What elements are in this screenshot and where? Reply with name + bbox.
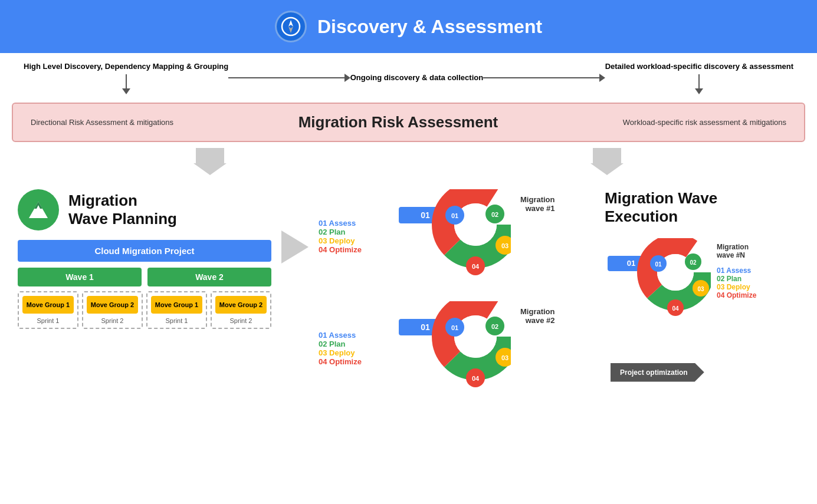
svg-text:04: 04 xyxy=(672,305,679,312)
exec-title: Migration Wave Execution xyxy=(605,189,799,226)
header: Discovery & Assessment xyxy=(0,0,817,53)
header-title: Discovery & Assessment xyxy=(317,16,542,38)
arrow-tip-right xyxy=(590,163,624,175)
compass-icon xyxy=(281,17,301,37)
wave1-box: Wave 1 xyxy=(18,268,142,286)
wave1-mg1-box: Move Group 1 xyxy=(22,296,74,314)
legend-03-deploy-w1: 03 Deploy xyxy=(319,236,383,245)
discovery-step3: Detailed workload-specific discovery & a… xyxy=(605,61,793,94)
wave1-mg2-sprint: Sprint 2 xyxy=(101,317,124,324)
wave1-section: 01 Assess 02 Plan 03 Deploy 04 Optimize … xyxy=(319,189,593,307)
main-content: Migration Wave Planning Cloud Migration … xyxy=(0,177,817,431)
waves-row: Wave 1 Wave 2 xyxy=(18,268,271,286)
wave1-mg1-sprint: Sprint 1 xyxy=(37,317,60,324)
vert-arrow2 xyxy=(695,88,703,94)
svg-text:01: 01 xyxy=(451,324,458,331)
big-arrow-left xyxy=(193,148,227,175)
waveN-section: 01 01 02 03 04 xyxy=(605,238,799,358)
svg-marker-2 xyxy=(288,27,293,33)
panel-title: Migration Wave Planning xyxy=(68,192,177,228)
project-bar: Cloud Migration Project xyxy=(18,240,271,262)
legend-04-optimize-w1: 04 Optimize xyxy=(319,245,383,254)
legend-01-assess-w2: 01 Assess xyxy=(319,331,383,340)
svg-text:02: 02 xyxy=(690,259,697,266)
horiz-line1 xyxy=(228,77,344,78)
mountain-svg xyxy=(25,197,51,223)
arrow-body-right xyxy=(593,148,621,163)
middle-panel: 01 Assess 02 Plan 03 Deploy 04 Optimize … xyxy=(313,183,599,425)
wave1-mg2-box: Move Group 2 xyxy=(87,296,138,314)
risk-center-title: Migration Risk Assessment xyxy=(185,113,611,131)
arrow-tip-left xyxy=(193,163,227,175)
svg-text:04: 04 xyxy=(472,375,480,382)
waveN-label: Migrationwave #N xyxy=(717,243,756,259)
panel-header: Migration Wave Planning xyxy=(18,189,271,230)
wave2-donut-svg: 01 01 02 03 04 xyxy=(393,301,511,419)
horiz-line2 xyxy=(483,77,599,78)
vert-line2 xyxy=(698,74,700,88)
discovery-step2: Ongoing discovery & data collection xyxy=(350,73,483,83)
vert-arrow1 xyxy=(122,88,130,94)
legend-02-plan-w1: 02 Plan xyxy=(319,228,383,236)
wave2-donut: 01 01 02 03 04 xyxy=(393,301,511,419)
waveN-legend-02: 02 Plan xyxy=(717,275,756,283)
mountain-icon xyxy=(18,189,59,230)
discovery-step1: High Level Discovery, Dependency Mapping… xyxy=(24,61,228,94)
wave1-mg2-container: Move Group 2 Sprint 2 xyxy=(82,291,143,329)
wave2-mg1-box: Move Group 1 xyxy=(151,296,202,314)
legend-02-plan-w2: 02 Plan xyxy=(319,340,383,348)
wave2-box: Wave 2 xyxy=(147,268,271,286)
optimization-arrow-label: Project optimization xyxy=(611,363,704,382)
waveN-legend-04: 04 Optimize xyxy=(717,291,756,299)
compass-icon-container xyxy=(275,11,307,42)
panel-arrow xyxy=(277,230,313,263)
horiz-arrow2 xyxy=(483,72,605,84)
waveN-info: Migrationwave #N 01 Assess 02 Plan 03 De… xyxy=(717,238,756,299)
wave2-mg2-box: Move Group 2 xyxy=(215,296,267,314)
svg-text:03: 03 xyxy=(501,354,508,361)
legend-03-deploy-w2: 03 Deploy xyxy=(319,348,383,357)
horiz-head2 xyxy=(599,74,605,82)
svg-text:03: 03 xyxy=(697,286,704,292)
left-panel: Migration Wave Planning Cloud Migration … xyxy=(12,183,277,335)
svg-text:01: 01 xyxy=(421,210,430,220)
arrows-section xyxy=(0,146,817,177)
svg-text:02: 02 xyxy=(491,323,498,330)
discovery-flow: High Level Discovery, Dependency Mapping… xyxy=(0,53,817,99)
risk-right-text: Workload-specific risk assessment & miti… xyxy=(623,118,786,127)
project-optimization: Project optimization xyxy=(611,363,799,382)
svg-text:01: 01 xyxy=(421,322,430,332)
wave2-mg1-sprint: Sprint 1 xyxy=(166,317,188,324)
svg-text:01: 01 xyxy=(451,212,458,219)
svg-text:01: 01 xyxy=(627,259,635,268)
wave2-label: Migrationwave #2 xyxy=(520,301,555,325)
svg-text:03: 03 xyxy=(501,242,508,249)
legend-01-assess-w1: 01 Assess xyxy=(319,219,383,228)
waveN-legend-01: 01 Assess xyxy=(717,266,756,275)
wave2-legend: 01 Assess 02 Plan 03 Deploy 04 Optimize xyxy=(319,301,383,366)
wave1-donut-svg: 01 01 02 03 xyxy=(393,189,511,307)
move-groups-row: Move Group 1 Sprint 1 Move Group 2 Sprin… xyxy=(18,291,271,329)
risk-assessment-banner: Directional Risk Assessment & mitigation… xyxy=(12,103,805,142)
arrow-body-left xyxy=(196,148,224,163)
risk-left-text: Directional Risk Assessment & mitigation… xyxy=(31,118,173,127)
svg-text:01: 01 xyxy=(655,261,662,268)
waveN-donut-svg: 01 01 02 03 04 xyxy=(605,238,711,356)
wave2-mg2-container: Move Group 2 Sprint 2 xyxy=(211,291,271,329)
wave1-legend: 01 Assess 02 Plan 03 Deploy 04 Optimize xyxy=(319,189,383,254)
horiz-arrow1 xyxy=(228,72,350,84)
legend-04-optimize-w2: 04 Optimize xyxy=(319,357,383,366)
wave1-donut: 01 01 02 03 xyxy=(393,189,511,307)
big-arrow-right xyxy=(590,148,624,175)
svg-text:02: 02 xyxy=(491,211,498,218)
wave2-section: 01 Assess 02 Plan 03 Deploy 04 Optimize … xyxy=(319,301,593,419)
waveN-legend-03: 03 Deploy xyxy=(717,283,756,291)
wave2-mg2-sprint: Sprint 2 xyxy=(230,317,252,324)
waveN-donut: 01 01 02 03 04 xyxy=(605,238,711,358)
vert-line1 xyxy=(126,74,127,88)
svg-text:04: 04 xyxy=(472,263,480,270)
right-panel: Migration Wave Execution 01 01 xyxy=(599,183,805,387)
horiz-head1 xyxy=(344,74,350,82)
panel-arrow-shape xyxy=(281,230,309,263)
wave2-mg1-container: Move Group 1 Sprint 1 xyxy=(146,291,207,329)
